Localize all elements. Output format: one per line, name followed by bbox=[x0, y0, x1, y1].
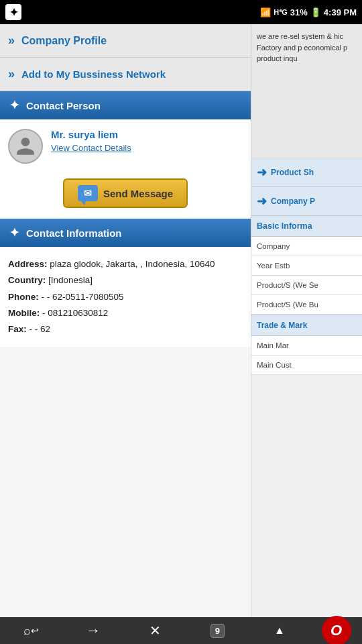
search-back-button[interactable]: ⌕ ↩ bbox=[11, 619, 51, 643]
data-icon: H⁴G bbox=[274, 8, 288, 17]
basic-info-header: Basic Informa bbox=[251, 216, 362, 237]
trade-market-header: Trade & Mark bbox=[251, 315, 362, 336]
send-message-button[interactable]: ✉ Send Message bbox=[63, 178, 188, 208]
product-sh-button[interactable]: ➜ Product Sh bbox=[251, 158, 362, 187]
address-label: Address: bbox=[8, 259, 48, 269]
address-row: Address: plaza glodok, Jakarta, , Indone… bbox=[8, 256, 243, 272]
right-top-text-content: we are re-sel system & hic Factory and p… bbox=[257, 32, 347, 62]
back-arrow-icon: ↩ bbox=[31, 625, 39, 636]
status-right: 📶 H⁴G 31% 🔋 4:39 PM bbox=[260, 7, 357, 17]
forward-button[interactable]: → bbox=[73, 619, 113, 643]
contact-person-card: Mr. surya liem View Contact Details bbox=[0, 119, 251, 173]
mobile-label: Mobile: bbox=[8, 308, 40, 318]
company-profile-button[interactable]: » Company Profile bbox=[0, 24, 251, 58]
main-content: » Company Profile » Add to My Bussiness … bbox=[0, 24, 362, 617]
address-value: plaza glodok, Jakarta, , Indonesia, 1064… bbox=[50, 259, 215, 269]
right-panel: we are re-sel system & hic Factory and p… bbox=[251, 24, 362, 617]
right-top-text: we are re-sel system & hic Factory and p… bbox=[251, 24, 362, 158]
add-network-arrow-icon: » bbox=[8, 67, 15, 81]
fax-row: Fax: - - 62 bbox=[8, 321, 243, 337]
page-number-badge: 9 bbox=[210, 624, 225, 638]
close-button[interactable]: ✕ bbox=[135, 619, 176, 643]
status-bar: ✦ 📶 H⁴G 31% 🔋 4:39 PM bbox=[0, 0, 362, 24]
company-p-arrow-icon: ➜ bbox=[257, 194, 267, 209]
forward-icon: → bbox=[86, 622, 101, 639]
contact-info-header: ✦ Contact Information bbox=[0, 219, 251, 247]
contact-person-header-label: Contact Person bbox=[26, 100, 101, 111]
company-p-button[interactable]: ➜ Company P bbox=[251, 187, 362, 216]
view-contact-details-link[interactable]: View Contact Details bbox=[51, 143, 131, 153]
bbm-icon: ✦ bbox=[5, 4, 21, 20]
send-message-label: Send Message bbox=[103, 188, 173, 199]
right-info-row-product-sell: Product/S (We Se bbox=[251, 276, 362, 295]
add-network-button[interactable]: » Add to My Bussiness Network bbox=[0, 58, 251, 91]
opera-button[interactable]: O bbox=[322, 616, 351, 644]
fax-label: Fax: bbox=[8, 324, 27, 334]
search-icon: ⌕ bbox=[23, 624, 31, 638]
contact-info-section: ✦ Contact Information Address: plaza glo… bbox=[0, 219, 251, 347]
battery-percent: 31% bbox=[290, 7, 308, 17]
message-icon: ✉ bbox=[78, 185, 98, 201]
signal-icon: 📶 bbox=[260, 7, 271, 17]
basic-info-label: Basic Informa bbox=[257, 221, 312, 231]
fax-value: - - 62 bbox=[29, 324, 51, 334]
company-p-label: Company P bbox=[271, 197, 315, 206]
send-message-area: ✉ Send Message bbox=[0, 173, 251, 217]
country-row: Country: [Indonesia] bbox=[8, 272, 243, 288]
row-product-sell-label: Product/S (We Se bbox=[257, 281, 318, 289]
mobile-row: Mobile: - 081210630812 bbox=[8, 305, 243, 321]
contact-person-header: ✦ Contact Person bbox=[0, 91, 251, 119]
row-company-label: Company bbox=[257, 242, 290, 250]
company-profile-arrow-icon: » bbox=[8, 34, 15, 48]
phone-row: Phone: - - 62-0511-7080505 bbox=[8, 289, 243, 305]
row-product-buy-label: Product/S (We Bu bbox=[257, 301, 318, 309]
right-info-row-company: Company bbox=[251, 237, 362, 256]
country-value: [Indonesia] bbox=[48, 275, 93, 285]
trade-market-label: Trade & Mark bbox=[257, 321, 307, 330]
right-info-row-year: Year Estb bbox=[251, 256, 362, 276]
contact-info-content: Address: plaza glodok, Jakarta, , Indone… bbox=[0, 247, 251, 347]
contact-details: Mr. surya liem View Contact Details bbox=[51, 129, 131, 153]
company-profile-label: Company Profile bbox=[21, 35, 107, 47]
left-panel: » Company Profile » Add to My Bussiness … bbox=[0, 24, 251, 617]
page-number-button[interactable]: 9 bbox=[197, 619, 237, 643]
country-label: Country: bbox=[8, 275, 46, 285]
up-arrow-icon: ▲ bbox=[274, 625, 285, 637]
contact-info-bullet-icon: ✦ bbox=[9, 225, 19, 240]
up-arrow-button[interactable]: ▲ bbox=[259, 619, 300, 643]
right-info-row-product-buy: Product/S (We Bu bbox=[251, 295, 362, 315]
contact-name: Mr. surya liem bbox=[51, 129, 131, 140]
phone-label: Phone: bbox=[8, 292, 39, 302]
person-icon bbox=[15, 136, 36, 157]
status-left: ✦ bbox=[5, 4, 21, 20]
battery-icon: 🔋 bbox=[310, 7, 321, 17]
phone-value: - - 62-0511-7080505 bbox=[42, 292, 124, 302]
add-network-label: Add to My Bussiness Network bbox=[21, 68, 166, 80]
trade-market-rows: Main Mar Main Cust bbox=[251, 336, 362, 375]
main-cust-label: Main Cust bbox=[257, 361, 292, 369]
right-info-rows: Company Year Estb Product/S (We Se Produ… bbox=[251, 237, 362, 315]
mobile-value: - 081210630812 bbox=[42, 308, 108, 318]
close-icon: ✕ bbox=[149, 623, 161, 639]
contact-person-bullet-icon: ✦ bbox=[9, 98, 19, 113]
product-sh-label: Product Sh bbox=[271, 168, 314, 177]
opera-icon: O bbox=[330, 622, 342, 639]
row-year-label: Year Estb bbox=[257, 262, 290, 270]
product-sh-arrow-icon: ➜ bbox=[257, 165, 267, 180]
right-info-row-main-cust: Main Cust bbox=[251, 356, 362, 375]
contact-info-header-label: Contact Information bbox=[26, 227, 122, 239]
bottom-navigation-bar: ⌕ ↩ → ✕ 9 ▲ O bbox=[0, 617, 362, 644]
right-info-row-main-mar: Main Mar bbox=[251, 336, 362, 356]
main-mar-label: Main Mar bbox=[257, 341, 289, 350]
time: 4:39 PM bbox=[324, 7, 357, 17]
contact-person-section: ✦ Contact Person Mr. surya liem View Con… bbox=[0, 91, 251, 217]
avatar bbox=[8, 129, 43, 164]
